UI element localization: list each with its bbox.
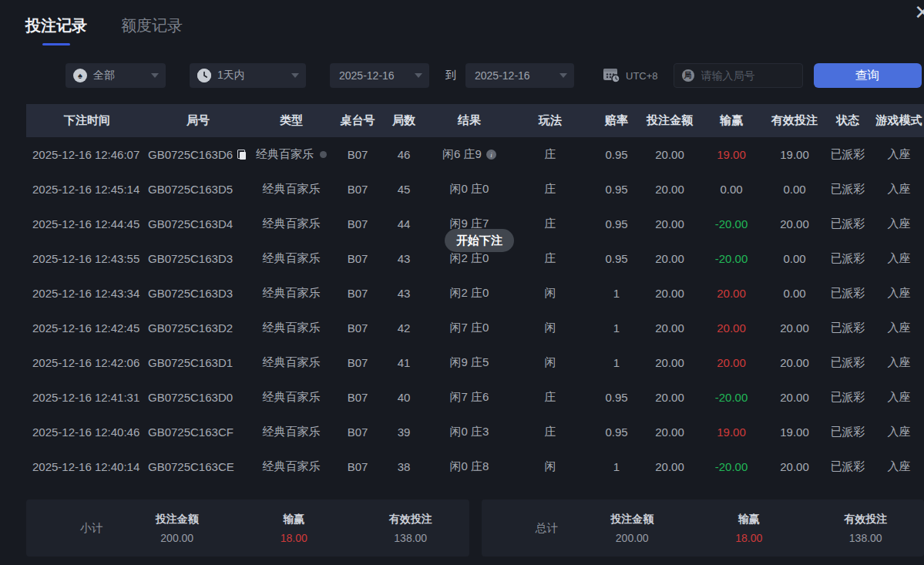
tab-quota-records[interactable]: 额度记录	[121, 15, 183, 45]
cell-game-mode: 入座	[874, 147, 924, 162]
cell-play-type: 庄	[512, 217, 589, 231]
close-icon[interactable]: ✕	[914, 2, 924, 22]
cell-game-mode: 入座	[874, 321, 924, 335]
cell-result: 闲7 庄6	[427, 390, 512, 405]
table-row: 2025-12-16 12:41:31GB0725C163D0经典百家乐B074…	[26, 380, 924, 415]
cell-valid-bet: 20.00	[768, 391, 822, 404]
table-row: 2025-12-16 12:42:45GB0725C163D2经典百家乐B074…	[26, 311, 924, 345]
cell-play-type: 闲	[512, 459, 589, 474]
table-row: 2025-12-16 12:45:14GB0725C163D5经典百家乐B074…	[26, 172, 924, 207]
cell-game-type: 经典百家乐	[248, 286, 334, 301]
cell-bet-amount: 20.00	[644, 183, 695, 196]
cell-table-no: B07	[334, 287, 381, 300]
cell-valid-bet: 0.00	[768, 252, 822, 265]
column-header: 结果	[427, 113, 512, 128]
cell-odds: 1	[589, 356, 644, 369]
column-header: 输赢	[695, 113, 768, 128]
cell-round-count: 41	[381, 356, 427, 369]
cell-bet-amount: 20.00	[644, 321, 695, 335]
cell-bet-time: 2025-12-16 12:40:46	[26, 425, 148, 439]
cell-win-loss: -20.00	[695, 252, 768, 265]
column-header: 类型	[248, 113, 334, 128]
cell-round-count: 38	[381, 460, 427, 473]
info-icon[interactable]: i	[486, 150, 496, 160]
tab-label: 额度记录	[121, 17, 183, 34]
cell-bet-time: 2025-12-16 12:42:45	[26, 321, 148, 335]
cell-game-type: 经典百家乐	[248, 251, 334, 266]
cell-game-mode: 入座	[874, 355, 924, 370]
cell-table-no: B07	[334, 217, 381, 230]
cell-win-loss: -20.00	[695, 391, 768, 404]
total-valid-bet: 有效投注 138.00	[808, 513, 924, 544]
cell-win-loss: -20.00	[695, 217, 768, 230]
cell-status: 已派彩	[822, 425, 874, 439]
cell-table-no: B07	[334, 252, 381, 265]
cell-round-count: 44	[381, 217, 427, 230]
type-dot-icon	[320, 151, 327, 158]
cell-round-count: 46	[381, 148, 427, 161]
cell-game-type: 经典百家乐	[248, 355, 334, 370]
cell-play-type: 闲	[512, 355, 589, 370]
cell-odds: 0.95	[589, 183, 644, 196]
column-header: 下注时间	[26, 113, 148, 128]
cell-round-id: GB0725C163D4	[148, 217, 248, 230]
tab-bar: 投注记录 额度记录	[25, 15, 183, 45]
date-to-separator: 到	[445, 69, 456, 82]
cell-bet-amount: 20.00	[644, 356, 695, 369]
total-label: 总计	[520, 521, 574, 536]
table-row: 2025-12-16 12:46:07GB0725C163D6经典百家乐B074…	[26, 137, 924, 172]
cell-play-type: 庄	[512, 251, 589, 266]
cell-round-count: 40	[381, 391, 427, 404]
query-button[interactable]: 查询	[814, 63, 922, 88]
cell-odds: 0.95	[589, 148, 644, 161]
game-type-dropdown[interactable]: ♠ 全部	[66, 63, 166, 88]
cell-round-count: 43	[381, 252, 427, 265]
cell-odds: 1	[589, 460, 644, 473]
cell-game-type: 经典百家乐	[248, 459, 334, 474]
total-bet-amount: 投注金额 200.00	[574, 513, 691, 544]
cell-game-mode: 入座	[874, 459, 924, 474]
cell-table-no: B07	[334, 321, 381, 335]
cell-status: 已派彩	[822, 217, 874, 231]
cell-win-loss: 20.00	[695, 356, 768, 369]
cell-game-mode: 入座	[874, 217, 924, 231]
date-from-dropdown[interactable]: 2025-12-16	[330, 63, 429, 88]
cell-play-type: 庄	[512, 425, 589, 439]
cell-odds: 0.95	[589, 252, 644, 265]
cell-game-mode: 入座	[874, 251, 924, 266]
cell-round-count: 39	[381, 425, 427, 439]
copy-icon[interactable]	[237, 150, 247, 160]
time-range-dropdown[interactable]: 1天内	[190, 63, 306, 88]
cell-valid-bet: 19.00	[768, 425, 822, 439]
tab-betting-records[interactable]: 投注记录	[25, 15, 87, 45]
start-betting-toast: 开始下注	[445, 229, 514, 252]
chevron-down-icon	[559, 73, 567, 78]
cell-bet-amount: 20.00	[644, 217, 695, 230]
chevron-down-icon	[415, 73, 422, 78]
cell-odds: 1	[589, 287, 644, 300]
cell-odds: 1	[589, 321, 644, 335]
clock-icon	[197, 69, 211, 82]
date-to-value: 2025-12-16	[475, 69, 530, 82]
table-row: 2025-12-16 12:40:14GB0725C163CE经典百家乐B073…	[26, 449, 924, 484]
date-to-dropdown[interactable]: 2025-12-16	[465, 63, 574, 88]
cell-bet-amount: 20.00	[644, 148, 695, 161]
subtotal-valid-bet: 有效投注 138.00	[352, 513, 469, 544]
cell-result: 闲0 庄0	[427, 182, 512, 197]
cell-bet-time: 2025-12-16 12:40:14	[26, 460, 148, 473]
table-row: 2025-12-16 12:43:34GB0725C163D3经典百家乐B074…	[26, 276, 924, 311]
cell-result: 闲9 庄5	[427, 355, 512, 370]
timezone-indicator[interactable]: UTC+8	[602, 66, 658, 86]
cell-bet-amount: 20.00	[644, 391, 695, 404]
cell-bet-time: 2025-12-16 12:43:55	[26, 252, 148, 265]
table-header: 下注时间局号类型桌台号局数结果玩法赔率投注金额输赢有效投注状态游戏模式	[26, 104, 924, 137]
table-row: 2025-12-16 12:42:06GB0725C163D1经典百家乐B074…	[26, 345, 924, 380]
chevron-down-icon	[291, 73, 299, 78]
cell-result: 闲0 庄8	[427, 459, 512, 474]
cell-valid-bet: 20.00	[768, 217, 822, 230]
round-id-input[interactable]	[700, 69, 795, 82]
active-tab-underline	[42, 43, 70, 45]
cell-result: 闲6 庄9i	[427, 147, 512, 162]
cell-bet-amount: 20.00	[644, 252, 695, 265]
cell-table-no: B07	[334, 356, 381, 369]
